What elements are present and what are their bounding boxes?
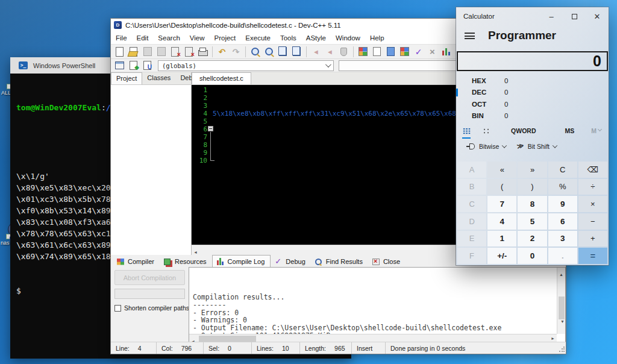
minimize-button[interactable]: – (540, 7, 563, 25)
checkbox[interactable] (114, 305, 121, 312)
replace-all-icon[interactable] (290, 45, 304, 58)
close-button[interactable]: ✕ (586, 7, 609, 25)
key-1[interactable]: 1 (487, 231, 516, 247)
key-multiply[interactable]: × (578, 196, 607, 212)
menu-help[interactable]: Help (365, 34, 389, 42)
shorten-paths-option[interactable]: Shorten compiler paths (114, 304, 185, 312)
key-7[interactable]: 7 (487, 196, 516, 212)
bitwise-dropdown[interactable]: Bitwise (461, 143, 512, 150)
menu-file[interactable]: File (111, 34, 132, 42)
abort-icon[interactable] (425, 45, 439, 58)
key-c[interactable]: C (457, 196, 486, 212)
key-9[interactable]: 9 (548, 196, 577, 212)
key-8[interactable]: 8 (518, 196, 547, 212)
radix-hex[interactable]: HEX 0 (456, 75, 609, 87)
close-all-icon[interactable] (182, 45, 196, 58)
key-close-paren[interactable]: ) (518, 179, 547, 195)
key-plus[interactable]: + (578, 231, 607, 247)
tab-debug-output[interactable]: Debug (271, 256, 310, 267)
redo-icon[interactable] (229, 45, 243, 58)
key-4[interactable]: 4 (487, 213, 516, 230)
radix-oct[interactable]: OCT 0 (456, 98, 609, 110)
scroll-down-icon[interactable]: ▼ (559, 318, 566, 325)
key-percent[interactable]: % (548, 179, 577, 195)
tab-resources[interactable]: Resources (160, 256, 212, 267)
bitshift-dropdown[interactable]: ≫ Bit Shift (512, 142, 562, 150)
menu-view[interactable]: View (185, 34, 210, 42)
calculator-titlebar[interactable]: Calculator – ✕ (456, 7, 609, 25)
key-backspace[interactable]: ⌫ (578, 162, 607, 178)
key-clear[interactable]: C (548, 162, 577, 178)
close-file-icon[interactable] (168, 45, 182, 58)
full-keypad-toggle[interactable] (456, 123, 477, 139)
key-divide[interactable]: ÷ (578, 179, 607, 195)
key-negate[interactable]: +/- (487, 248, 516, 264)
tab-find-results[interactable]: Find Results (311, 256, 368, 267)
find-in-files-icon[interactable] (262, 45, 276, 58)
log-vertical-scrollbar[interactable]: ▲ ▼ (557, 268, 565, 334)
key-6[interactable]: 6 (548, 213, 577, 230)
menu-window[interactable]: Window (331, 34, 365, 42)
menu-edit[interactable]: Edit (132, 34, 154, 42)
compile-icon[interactable] (356, 45, 370, 58)
key-2[interactable]: 2 (518, 231, 547, 247)
key-a[interactable]: A (457, 162, 486, 178)
print-icon[interactable] (196, 45, 210, 58)
key-e[interactable]: E (457, 231, 486, 247)
key-5[interactable]: 5 (518, 213, 547, 230)
key-0[interactable]: 0 (518, 248, 547, 264)
menu-hamburger-icon[interactable] (465, 33, 475, 39)
tab-project[interactable]: Project (111, 72, 142, 84)
tab-compiler[interactable]: Compiler (113, 256, 160, 267)
undo-icon[interactable] (215, 45, 229, 58)
rebuild-icon[interactable] (398, 45, 412, 58)
tab-compile-log[interactable]: Compile Log (212, 255, 271, 267)
tab-close[interactable]: Close (368, 256, 406, 267)
editor-tab-shellcodetest[interactable]: shellcodetest.c (192, 72, 251, 84)
save-all-icon[interactable] (154, 45, 168, 58)
key-minus[interactable]: − (578, 213, 607, 230)
key-decimal[interactable]: . (548, 248, 577, 264)
compile-run-icon[interactable] (384, 45, 398, 58)
word-size-button[interactable]: QWORD (504, 127, 543, 134)
fold-collapse-icon[interactable] (208, 126, 213, 131)
save-icon[interactable] (140, 45, 154, 58)
maximize-button[interactable] (563, 7, 586, 25)
log-horizontal-scrollbar[interactable]: ◄ ► (189, 334, 557, 342)
remove-from-project-icon[interactable] (140, 59, 154, 72)
back-icon[interactable] (309, 45, 323, 58)
key-equals[interactable]: = (578, 248, 607, 264)
run-icon[interactable] (370, 45, 384, 58)
project-browser-panel[interactable] (111, 85, 192, 257)
syntax-check-icon[interactable] (412, 45, 425, 58)
scroll-up-icon[interactable]: ▲ (557, 271, 565, 278)
memory-store-button[interactable]: MS (558, 127, 582, 134)
tab-classes[interactable]: Classes (142, 72, 175, 84)
new-file-icon[interactable] (113, 45, 127, 58)
resize-grip[interactable] (559, 347, 565, 353)
menu-astyle[interactable]: AStyle (301, 34, 331, 42)
menu-tools[interactable]: Tools (275, 34, 301, 42)
key-right-shift[interactable]: » (518, 162, 547, 178)
globals-combobox[interactable]: (globals) (158, 60, 334, 71)
find-icon[interactable] (248, 45, 262, 58)
menu-project[interactable]: Project (210, 34, 241, 42)
key-d[interactable]: D (457, 213, 486, 230)
memory-flyout-button[interactable]: M (584, 127, 609, 134)
key-3[interactable]: 3 (548, 231, 577, 247)
key-f[interactable]: F (457, 248, 486, 264)
open-file-icon[interactable] (127, 45, 140, 58)
radix-dec[interactable]: DEC 0 (456, 87, 609, 99)
bit-keypad-toggle[interactable] (477, 128, 495, 134)
scrollbar-thumb[interactable] (199, 336, 256, 342)
goto-declaration-icon[interactable] (337, 45, 351, 58)
menu-execute[interactable]: Execute (240, 34, 275, 42)
goto-line-icon[interactable] (113, 59, 127, 72)
scrollbar-thumb[interactable] (559, 297, 565, 319)
replace-icon[interactable] (276, 45, 290, 58)
key-b[interactable]: B (457, 179, 486, 195)
menu-search[interactable]: Search (153, 34, 184, 42)
compile-log-output[interactable]: Compilation results...--------- Errors: … (189, 267, 566, 343)
radix-bin[interactable]: BIN 0 (456, 110, 609, 122)
forward-icon[interactable] (323, 45, 337, 58)
